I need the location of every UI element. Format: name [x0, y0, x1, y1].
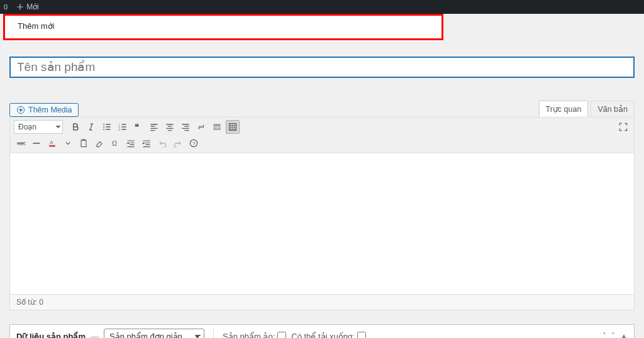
add-media-button[interactable]: Thêm Media	[9, 103, 79, 117]
editor-mode-tabs: Trực quan Văn bản	[539, 101, 635, 117]
hr-button[interactable]	[30, 136, 43, 150]
undo-icon	[157, 138, 167, 148]
add-media-label: Thêm Media	[28, 106, 72, 114]
product-data-panel: Dữ liệu sản phẩm — Sản phẩm đơn giản Sản…	[9, 324, 635, 338]
redo-icon	[173, 138, 183, 148]
downloadable-checkbox-wrap[interactable]: Có thể tải xuống:	[291, 332, 366, 339]
hr-icon	[31, 138, 42, 148]
indent-icon	[142, 138, 152, 148]
panel-toggle-icon[interactable]: ▲	[620, 332, 628, 338]
svg-point-2	[103, 126, 104, 128]
panel-down-icon[interactable]: ˅	[611, 332, 615, 338]
downloadable-label: Có thể tải xuống:	[291, 332, 355, 339]
admin-bar: 0 Mới	[0, 0, 644, 14]
page-title: Thêm mới	[18, 21, 55, 31]
downloadable-checkbox[interactable]	[357, 332, 366, 338]
strikethrough-button[interactable]: ABC	[14, 136, 28, 150]
fullscreen-icon	[618, 122, 628, 132]
quote-icon: ❝	[133, 122, 143, 132]
fullscreen-button[interactable]	[616, 120, 630, 134]
svg-text:❝: ❝	[135, 122, 139, 131]
outdent-button[interactable]	[124, 136, 138, 150]
align-right-button[interactable]	[179, 120, 192, 134]
panel-controls: ˄ ˅ ▲	[602, 332, 628, 338]
italic-icon	[86, 122, 96, 132]
pd-divider	[213, 329, 214, 338]
svg-text:A: A	[50, 139, 53, 146]
svg-text:3: 3	[119, 128, 121, 131]
clear-format-button[interactable]	[92, 136, 106, 150]
svg-point-1	[103, 124, 104, 125]
svg-text:Ω: Ω	[112, 140, 117, 147]
format-select[interactable]: Đoạn	[14, 120, 63, 134]
toolbar-row-1: Đoạn 123 ❝	[14, 120, 630, 134]
textcolor-icon: A	[47, 138, 57, 148]
edit-content: Thêm Media Trực quan Văn bản Đoạn 123 ❝	[0, 14, 644, 338]
svg-rect-13	[82, 139, 86, 141]
help-button[interactable]: ?	[187, 136, 201, 150]
indent-button[interactable]	[140, 136, 153, 150]
word-count-label: Số từ:	[16, 298, 37, 307]
bold-icon	[70, 122, 80, 132]
virtual-checkbox[interactable]	[277, 332, 286, 338]
omega-icon: Ω	[110, 138, 120, 148]
plus-icon	[16, 3, 24, 11]
svg-text:?: ?	[192, 141, 196, 146]
textcolor-dropdown[interactable]	[61, 136, 75, 150]
align-center-icon	[165, 122, 175, 132]
ol-icon: 123	[118, 122, 128, 132]
tab-visual[interactable]: Trực quan	[539, 101, 589, 117]
strike-icon: ABC	[16, 138, 26, 148]
editor-topbar: Thêm Media Trực quan Văn bản	[9, 101, 635, 117]
special-char-button[interactable]: Ω	[108, 136, 122, 150]
textcolor-button[interactable]: A	[45, 136, 59, 150]
redo-button[interactable]	[171, 136, 185, 150]
paste-text-button[interactable]	[77, 136, 91, 150]
bullet-list-button[interactable]	[100, 120, 114, 134]
panel-up-icon[interactable]: ˄	[602, 332, 606, 338]
adminbar-indicator: 0	[4, 3, 10, 11]
undo-button[interactable]	[155, 136, 169, 150]
svg-rect-11	[49, 145, 55, 146]
toolbar-row-2: ABC A Ω ?	[14, 136, 630, 150]
virtual-checkbox-wrap[interactable]: Sản phẩm ảo:	[223, 332, 286, 339]
editor-textarea[interactable]	[9, 153, 635, 295]
product-data-header: Dữ liệu sản phẩm — Sản phẩm đơn giản Sản…	[10, 325, 634, 338]
svg-point-3	[103, 129, 104, 130]
product-title-input[interactable]	[9, 57, 635, 78]
chevron-down-icon	[63, 138, 73, 148]
align-left-icon	[149, 122, 159, 132]
align-right-icon	[180, 122, 191, 132]
number-list-button[interactable]: 123	[116, 120, 130, 134]
ul-icon	[102, 122, 112, 132]
outdent-icon	[126, 138, 136, 148]
tab-text[interactable]: Văn bản	[591, 101, 635, 117]
eraser-icon	[94, 138, 104, 148]
readmore-icon	[212, 122, 222, 132]
toggle-toolbar-button[interactable]	[226, 120, 240, 134]
pd-dash: —	[91, 332, 99, 339]
word-count-value: 0	[39, 298, 43, 307]
bold-button[interactable]	[69, 120, 82, 134]
toolbar-toggle-icon	[228, 122, 238, 132]
italic-button[interactable]	[84, 120, 98, 134]
product-data-title: Dữ liệu sản phẩm	[16, 332, 86, 339]
readmore-button[interactable]	[210, 120, 224, 134]
blockquote-button[interactable]: ❝	[131, 120, 145, 134]
word-count-bar: Số từ: 0	[9, 295, 635, 310]
align-center-button[interactable]	[163, 120, 177, 134]
link-icon	[196, 122, 206, 132]
adminbar-new[interactable]: Mới	[16, 3, 39, 11]
link-button[interactable]	[194, 120, 208, 134]
editor-toolbar: Đoạn 123 ❝ ABC A	[9, 117, 635, 153]
adminbar-new-label: Mới	[26, 3, 39, 11]
media-icon	[16, 106, 25, 114]
svg-rect-12	[81, 140, 86, 146]
virtual-label: Sản phẩm ảo:	[223, 332, 275, 339]
paste-icon	[79, 138, 89, 148]
help-icon: ?	[189, 138, 199, 148]
svg-text:ABC: ABC	[17, 141, 26, 146]
align-left-button[interactable]	[147, 120, 161, 134]
editor-section: Thêm Media Trực quan Văn bản Đoạn 123 ❝	[9, 101, 635, 310]
product-type-select[interactable]: Sản phẩm đơn giản	[104, 329, 204, 338]
